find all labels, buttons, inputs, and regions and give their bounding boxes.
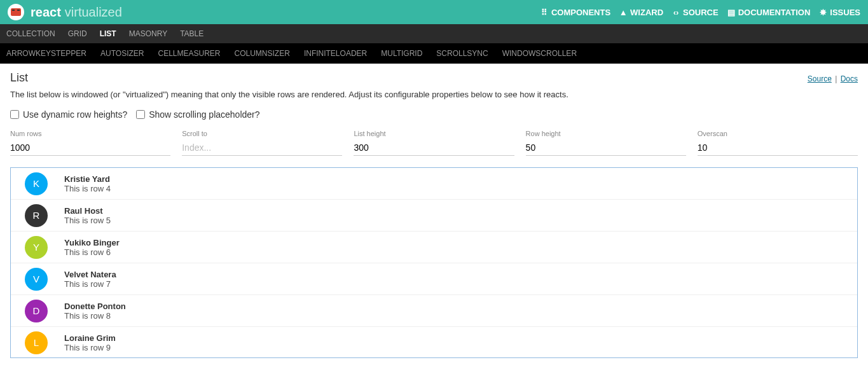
subnav-masonry[interactable]: MASONRY <box>129 29 167 38</box>
scrolling-placeholder-checkbox[interactable] <box>136 110 145 119</box>
nav-label: DOCUMENTATION <box>738 8 811 17</box>
subnav: COLLECTIONGRIDLISTMASONRYTABLE <box>0 24 868 43</box>
nav-label: WIZARD <box>630 8 663 17</box>
numrows-label: Num rows <box>10 130 170 137</box>
row-subtext: This is row 4 <box>64 184 111 193</box>
scrollto-input[interactable] <box>182 140 342 156</box>
rowheight-label: Row height <box>526 130 686 137</box>
subsubnav-arrowkeystepper[interactable]: ARROWKEYSTEPPER <box>6 49 86 58</box>
subsubnav: ARROWKEYSTEPPERAUTOSIZERCELLMEASURERCOLU… <box>0 43 868 64</box>
link-separator: | <box>835 74 837 83</box>
grid-icon: ⠿ <box>541 8 548 16</box>
list-row[interactable]: VVelvet NateraThis is row 7 <box>11 263 857 295</box>
overscan-field: Overscan <box>698 130 858 156</box>
avatar: L <box>25 331 48 354</box>
scrolling-placeholder-label[interactable]: Show scrolling placeholder? <box>136 109 259 120</box>
row-name: Yukiko Binger <box>64 238 120 247</box>
subnav-list[interactable]: LIST <box>100 29 116 38</box>
virtualized-list[interactable]: KKristie YardThis is row 4RRaul HostThis… <box>10 167 858 358</box>
nav-source[interactable]: ‹›SOURCE <box>672 8 719 17</box>
row-name: Velvet Natera <box>64 270 116 279</box>
subsubnav-windowscroller[interactable]: WINDOWSCROLLER <box>502 49 577 58</box>
list-row[interactable]: KKristie YardThis is row 4 <box>11 168 857 200</box>
subnav-grid[interactable]: GRID <box>68 29 87 38</box>
row-name: Kristie Yard <box>64 174 111 184</box>
row-name: Raul Host <box>64 206 111 216</box>
subnav-table[interactable]: TABLE <box>180 29 203 38</box>
row-text: Loraine GrimThis is row 9 <box>64 333 116 352</box>
dynamic-row-heights-checkbox[interactable] <box>10 110 19 119</box>
numrows-field: Num rows <box>10 130 170 156</box>
avatar: R <box>25 204 48 227</box>
listheight-label: List height <box>354 130 514 137</box>
list-row[interactable]: DDonette PontonThis is row 8 <box>11 295 857 327</box>
title-links: Source | Docs <box>808 74 858 83</box>
row-text: Donette PontonThis is row 8 <box>64 301 126 321</box>
subsubnav-multigrid[interactable]: MULTIGRID <box>381 49 422 58</box>
docs-link[interactable]: Docs <box>841 74 858 83</box>
nav-issues[interactable]: ✸ISSUES <box>819 8 860 17</box>
dynamic-row-heights-label[interactable]: Use dynamic row heights? <box>10 109 127 120</box>
subsubnav-cellmeasurer[interactable]: CELLMEASURER <box>158 49 221 58</box>
row-subtext: This is row 6 <box>64 247 120 257</box>
avatar: V <box>25 268 48 291</box>
row-name: Loraine Grim <box>64 333 116 343</box>
header: react virtualized ⠿COMPONENTS▲WIZARD‹›SO… <box>0 0 868 24</box>
row-subtext: This is row 7 <box>64 279 116 289</box>
numrows-input[interactable] <box>10 140 170 156</box>
listheight-input[interactable] <box>354 140 514 156</box>
brand-primary: react <box>31 5 61 20</box>
list-row[interactable]: LLoraine GrimThis is row 9 <box>11 327 857 358</box>
wizard-icon: ▲ <box>619 8 627 16</box>
row-subtext: This is row 9 <box>64 343 116 352</box>
subsubnav-infiniteloader[interactable]: INFINITELOADER <box>304 49 367 58</box>
nav-label: COMPONENTS <box>551 8 610 17</box>
nav-components[interactable]: ⠿COMPONENTS <box>541 8 610 17</box>
row-subtext: This is row 5 <box>64 216 111 225</box>
row-text: Yukiko BingerThis is row 6 <box>64 238 120 257</box>
page-title: List <box>10 71 28 85</box>
overscan-input[interactable] <box>698 140 858 156</box>
nav-documentation[interactable]: ▤DOCUMENTATION <box>727 8 811 17</box>
source-link[interactable]: Source <box>808 74 832 83</box>
brand: react virtualized <box>31 5 122 20</box>
overscan-label: Overscan <box>698 130 858 137</box>
nav-label: SOURCE <box>683 8 719 17</box>
row-subtext: This is row 8 <box>64 311 126 321</box>
logo <box>8 4 24 20</box>
row-text: Velvet NateraThis is row 7 <box>64 270 116 289</box>
header-nav: ⠿COMPONENTS▲WIZARD‹›SOURCE▤DOCUMENTATION… <box>541 8 860 17</box>
avatar: D <box>25 300 48 322</box>
subnav-collection[interactable]: COLLECTION <box>6 29 55 38</box>
nav-wizard[interactable]: ▲WIZARD <box>619 8 663 17</box>
scrollto-field: Scroll to <box>182 130 342 156</box>
content: List Source | Docs The list below is win… <box>0 64 868 366</box>
subsubnav-scrollsync[interactable]: SCROLLSYNC <box>436 49 488 58</box>
rowheight-field: Row height <box>526 130 686 156</box>
avatar: Y <box>25 236 48 259</box>
scrolling-placeholder-text: Show scrolling placeholder? <box>149 109 259 120</box>
row-text: Raul HostThis is row 5 <box>64 206 111 225</box>
docs-icon: ▤ <box>727 8 735 16</box>
rowheight-input[interactable] <box>526 140 686 156</box>
source-icon: ‹› <box>672 8 680 16</box>
checkbox-row: Use dynamic row heights? Show scrolling … <box>10 109 858 120</box>
brand-secondary: virtualized <box>65 5 122 20</box>
scrollto-label: Scroll to <box>182 130 342 137</box>
list-row[interactable]: YYukiko BingerThis is row 6 <box>11 232 857 263</box>
row-name: Donette Ponton <box>64 301 126 311</box>
subsubnav-autosizer[interactable]: AUTOSIZER <box>100 49 144 58</box>
row-text: Kristie YardThis is row 4 <box>64 174 111 193</box>
issues-icon: ✸ <box>819 8 827 16</box>
list-row[interactable]: RRaul HostThis is row 5 <box>11 200 857 232</box>
dynamic-row-heights-text: Use dynamic row heights? <box>23 109 127 120</box>
fields-row: Num rows Scroll to List height Row heigh… <box>10 130 858 156</box>
page-description: The list below is windowed (or "virtuali… <box>10 90 858 99</box>
avatar: K <box>25 172 48 195</box>
listheight-field: List height <box>354 130 514 156</box>
subsubnav-columnsizer[interactable]: COLUMNSIZER <box>235 49 290 58</box>
nav-label: ISSUES <box>830 8 860 17</box>
